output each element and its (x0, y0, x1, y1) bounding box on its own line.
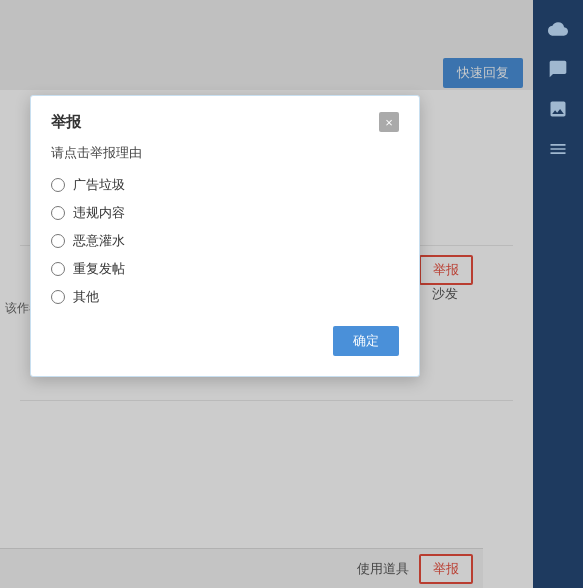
radio-violation[interactable] (51, 206, 65, 220)
radio-label-repeat: 重复发帖 (73, 260, 125, 278)
dialog-header: 举报 × (51, 112, 399, 132)
radio-flood[interactable] (51, 234, 65, 248)
dialog-footer: 确定 (51, 326, 399, 356)
sidebar-image-icon[interactable] (539, 90, 577, 128)
sidebar-cloud-icon[interactable] (539, 10, 577, 48)
radio-label-other: 其他 (73, 288, 99, 306)
sidebar-menu-icon[interactable] (539, 130, 577, 168)
radio-option-5[interactable]: 其他 (51, 288, 399, 306)
confirm-button[interactable]: 确定 (333, 326, 399, 356)
radio-repeat[interactable] (51, 262, 65, 276)
page-background: 快速回复 该作者 Ai 道具 举报 沙发 使用道具 举报 (0, 0, 583, 588)
radio-option-1[interactable]: 广告垃圾 (51, 176, 399, 194)
sidebar-chat-icon[interactable] (539, 50, 577, 88)
dialog-title: 举报 (51, 113, 81, 132)
radio-label-flood: 恶意灌水 (73, 232, 125, 250)
radio-label-spam: 广告垃圾 (73, 176, 125, 194)
report-dialog: 举报 × 请点击举报理由 广告垃圾 违规内容 恶意灌水 重复发帖 (30, 95, 420, 377)
dialog-close-button[interactable]: × (379, 112, 399, 132)
report-reason-group: 广告垃圾 违规内容 恶意灌水 重复发帖 其他 (51, 176, 399, 306)
radio-other[interactable] (51, 290, 65, 304)
radio-label-violation: 违规内容 (73, 204, 125, 222)
radio-option-4[interactable]: 重复发帖 (51, 260, 399, 278)
radio-option-3[interactable]: 恶意灌水 (51, 232, 399, 250)
radio-spam[interactable] (51, 178, 65, 192)
dialog-subtitle: 请点击举报理由 (51, 144, 399, 162)
radio-option-2[interactable]: 违规内容 (51, 204, 399, 222)
right-sidebar (533, 0, 583, 588)
